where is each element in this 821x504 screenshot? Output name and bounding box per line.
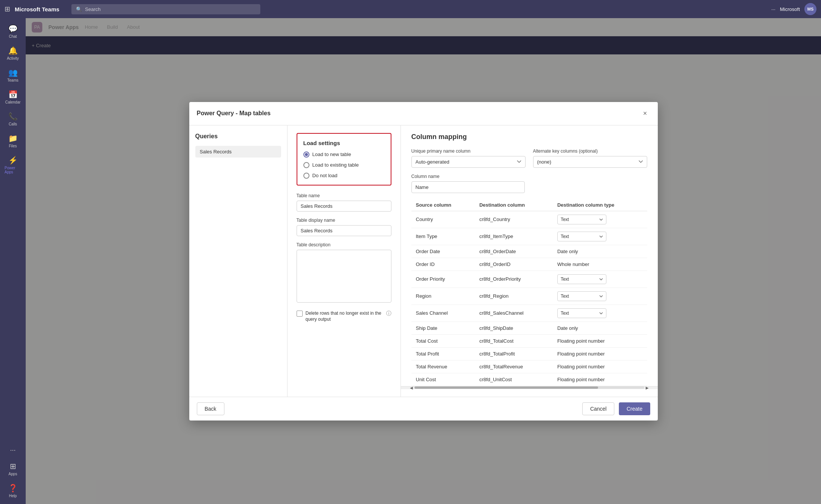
dest-type-col[interactable]: Text (553, 288, 647, 305)
table-header-row: Source column Destination column Destina… (411, 199, 647, 211)
sidebar-item-teams[interactable]: 👥 Teams (3, 65, 23, 85)
info-icon[interactable]: ⓘ (386, 310, 391, 317)
primary-key-row: Unique primary name column Auto-generate… (411, 148, 647, 168)
calls-icon: 📞 (8, 112, 18, 121)
files-icon: 📁 (8, 134, 18, 143)
mapping-table: Source column Destination column Destina… (411, 199, 647, 386)
sidebar-item-power-apps[interactable]: ⚡ Power Apps (3, 153, 23, 177)
sidebar-item-label: Files (9, 144, 17, 148)
table-row: Total Revenuecr8fd_TotalRevenueFloating … (411, 360, 647, 373)
radio-do-not-load[interactable]: Do not load (303, 173, 385, 179)
avatar: MS (804, 3, 816, 15)
table-row: Order Prioritycr8fd_OrderPriorityText (411, 271, 647, 288)
radio-new-table-label: Load to new table (312, 152, 351, 157)
more-options-icon[interactable]: ··· (771, 6, 775, 12)
table-row: Total Profitcr8fd_TotalProfitFloating po… (411, 347, 647, 360)
sidebar-item-calls[interactable]: 📞 Calls (3, 109, 23, 129)
radio-existing-table[interactable]: Load to existing table (303, 162, 385, 168)
alternate-key-select[interactable]: (none) (533, 156, 647, 168)
titlebar: ⊞ Microsoft Teams 🔍 ··· Microsoft MS (0, 0, 821, 18)
sidebar-item-calendar[interactable]: 📅 Calendar (3, 87, 23, 107)
radio-new-table[interactable]: Load to new table (303, 152, 385, 158)
table-display-name-input[interactable] (297, 225, 391, 236)
cancel-button[interactable]: Cancel (582, 402, 615, 415)
scroll-area: ◀ ▶ (401, 386, 658, 389)
table-display-name-group: Table display name (297, 218, 391, 236)
alternate-key-group: Alternate key columns (optional) (none) (533, 148, 647, 168)
dest-type-col[interactable]: Text (553, 271, 647, 288)
dest-type-col: Whole number (553, 258, 647, 271)
content-area: PA Power Apps Home Build About Power Que… (26, 18, 821, 504)
more-nav-icon[interactable]: ··· (7, 443, 19, 457)
sidebar-item-files[interactable]: 📁 Files (3, 131, 23, 151)
left-nav: 💬 Chat 🔔 Activity 👥 Teams 📅 Calendar 📞 C… (0, 18, 26, 504)
unique-key-group: Unique primary name column Auto-generate… (411, 148, 526, 168)
dest-type-col: Date only (553, 245, 647, 258)
type-select[interactable]: Text (557, 215, 606, 224)
table-name-input[interactable] (297, 201, 391, 212)
user-name: Microsoft (780, 6, 800, 12)
source-col: Item Type (411, 228, 475, 245)
type-select[interactable]: Text (557, 232, 606, 241)
sidebar-item-help[interactable]: ❓ Help (3, 481, 23, 501)
sidebar-item-label: Teams (7, 78, 18, 82)
type-select[interactable]: Text (557, 291, 606, 301)
table-row: Order Datecr8fd_OrderDateDate only (411, 245, 647, 258)
scroll-right-arrow[interactable]: ▶ (644, 386, 650, 390)
table-description-group: Table description (297, 242, 391, 304)
sidebar-item-apps[interactable]: ⊞ Apps (3, 459, 23, 479)
dialog-title: Power Query - Map tables (197, 110, 271, 117)
dest-col: cr8fd_SalesChannel (475, 305, 553, 322)
unique-key-select[interactable]: Auto-generated (411, 156, 526, 168)
dest-type-col: Floating point number (553, 373, 647, 386)
radio-do-not-load-label: Do not load (312, 173, 338, 178)
sidebar-item-label: Power Apps (5, 166, 21, 174)
dest-col: cr8fd_OrderID (475, 258, 553, 271)
dest-type-col[interactable]: Text (553, 228, 647, 245)
dialog-footer: Back Cancel Create (189, 397, 658, 421)
create-button[interactable]: Create (619, 402, 650, 415)
sidebar-item-activity[interactable]: 🔔 Activity (3, 43, 23, 63)
table-row: Unit Costcr8fd_UnitCostFloating point nu… (411, 373, 647, 386)
dest-col-header: Destination column (475, 199, 553, 211)
source-col: Country (411, 211, 475, 228)
query-item[interactable]: Sales Records (195, 146, 281, 158)
sidebar-item-label: Calendar (5, 100, 21, 104)
dest-type-col[interactable]: Text (553, 305, 647, 322)
radio-do-not-load-input[interactable] (303, 173, 309, 179)
dialog-body: Queries Sales Records Load settings (189, 125, 658, 397)
activity-icon: 🔔 (8, 46, 18, 55)
source-col: Unit Cost (411, 373, 475, 386)
dest-col: cr8fd_TotalProfit (475, 347, 553, 360)
table-row: Total Costcr8fd_TotalCostFloating point … (411, 334, 647, 347)
load-settings-title: Load settings (303, 140, 385, 146)
radio-existing-table-input[interactable] (303, 162, 309, 168)
table-description-input[interactable] (297, 250, 391, 303)
column-name-input[interactable] (411, 181, 525, 193)
dest-type-col: Date only (553, 322, 647, 334)
delete-rows-checkbox[interactable] (297, 311, 303, 317)
scroll-left-arrow[interactable]: ◀ (408, 386, 414, 390)
search-bar[interactable]: 🔍 (71, 4, 260, 14)
column-name-label: Column name (411, 174, 525, 179)
teams-icon: 👥 (8, 68, 18, 77)
source-col: Total Revenue (411, 360, 475, 373)
source-col: Region (411, 288, 475, 305)
back-button[interactable]: Back (197, 402, 224, 415)
table-row: Order IDcr8fd_OrderIDWhole number (411, 258, 647, 271)
dest-type-col[interactable]: Text (553, 211, 647, 228)
dest-type-col: Floating point number (553, 360, 647, 373)
delete-rows-label: Delete rows that no longer exist in the … (306, 310, 382, 323)
sidebar-item-label: Chat (9, 34, 17, 39)
sidebar-item-chat[interactable]: 💬 Chat (3, 21, 23, 42)
type-select[interactable]: Text (557, 308, 606, 318)
radio-new-table-input[interactable] (303, 152, 309, 158)
type-select[interactable]: Text (557, 274, 606, 284)
dest-col: cr8fd_Region (475, 288, 553, 305)
close-button[interactable]: × (640, 108, 650, 119)
radio-group: Load to new table Load to existing table… (303, 152, 385, 179)
apps-icon: ⊞ (10, 462, 16, 471)
scroll-track[interactable] (414, 387, 644, 389)
search-input[interactable] (85, 6, 256, 12)
waffle-icon[interactable]: ⊞ (5, 5, 10, 13)
